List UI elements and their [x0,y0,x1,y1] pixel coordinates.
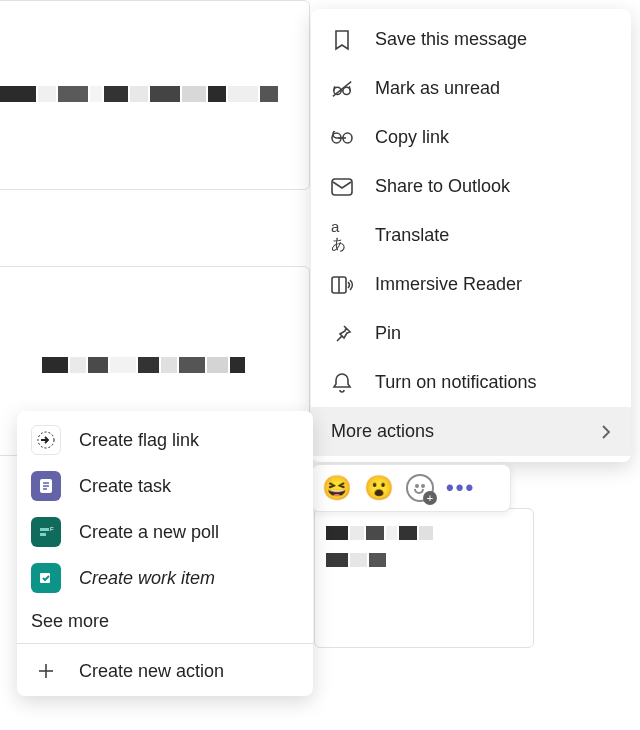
menu-item-translate[interactable]: aあ Translate [311,211,631,260]
submenu-item-create-poll[interactable]: F Create a new poll [17,509,313,555]
add-reaction-button[interactable]: + [406,474,434,502]
submenu-create-new-action[interactable]: Create new action [17,646,313,696]
svg-rect-6 [332,179,352,195]
menu-item-pin[interactable]: Pin [311,309,631,358]
menu-item-label: Pin [375,323,401,344]
work-item-app-icon [31,563,61,593]
chevron-right-icon [601,424,611,440]
menu-item-label: Immersive Reader [375,274,522,295]
message-context-menu: Save this message Mark as unread Copy li… [311,9,631,462]
submenu-item-label: Create flag link [79,430,199,451]
pin-icon [331,323,353,345]
plus-icon [31,656,61,686]
menu-item-mark-unread[interactable]: Mark as unread [311,64,631,113]
link-icon [331,127,353,149]
submenu-item-label: Create work item [79,568,215,589]
poll-app-icon: F [31,517,61,547]
more-actions-submenu: Create flag link Create task F Create a … [17,411,313,696]
reaction-surprised[interactable]: 😮 [364,473,394,503]
menu-item-more-actions[interactable]: More actions [311,407,631,456]
translate-icon: aあ [331,225,353,247]
bell-icon [331,372,353,394]
menu-item-label: Share to Outlook [375,176,510,197]
create-action-label: Create new action [79,661,224,682]
menu-item-copy-link[interactable]: Copy link [311,113,631,162]
svg-rect-11 [40,533,46,536]
submenu-item-create-flag-link[interactable]: Create flag link [17,417,313,463]
submenu-item-create-work-item[interactable]: Create work item [17,555,313,601]
menu-item-label: More actions [331,421,434,442]
more-options-icon[interactable]: ••• [446,475,475,501]
submenu-see-more[interactable]: See more [17,601,313,641]
menu-item-save-message[interactable]: Save this message [311,15,631,64]
reaction-laugh[interactable]: 😆 [322,473,352,503]
flag-link-app-icon [31,425,61,455]
menu-item-label: Save this message [375,29,527,50]
svg-rect-13 [40,573,50,583]
menu-item-share-outlook[interactable]: Share to Outlook [311,162,631,211]
submenu-item-label: Create task [79,476,171,497]
svg-rect-10 [40,528,49,531]
task-app-icon [31,471,61,501]
submenu-item-label: Create a new poll [79,522,219,543]
glasses-off-icon [331,78,353,100]
see-more-label: See more [31,611,109,632]
menu-item-label: Mark as unread [375,78,500,99]
menu-item-immersive-reader[interactable]: Immersive Reader [311,260,631,309]
submenu-item-create-task[interactable]: Create task [17,463,313,509]
submenu-divider [17,643,313,644]
reaction-bar: 😆 😮 + ••• [311,464,511,512]
bookmark-icon [331,29,353,51]
menu-item-label: Copy link [375,127,449,148]
menu-item-notifications[interactable]: Turn on notifications [311,358,631,407]
svg-text:F: F [50,526,54,532]
menu-item-label: Translate [375,225,449,246]
menu-item-label: Turn on notifications [375,372,536,393]
mail-icon [331,176,353,198]
reader-icon [331,274,353,296]
